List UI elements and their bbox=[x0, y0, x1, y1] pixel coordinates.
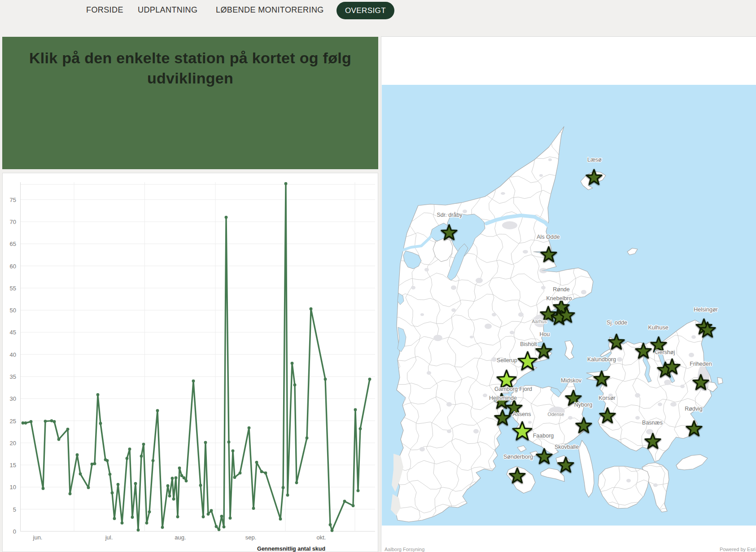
svg-text:Powered by Esri: Powered by Esri bbox=[720, 547, 756, 552]
svg-text:15: 15 bbox=[10, 462, 16, 469]
svg-text:Rødvig: Rødvig bbox=[685, 406, 703, 412]
svg-text:jun.: jun. bbox=[33, 534, 43, 541]
svg-text:Basnæs: Basnæs bbox=[642, 420, 663, 426]
svg-text:Aalborg Forsyning: Aalborg Forsyning bbox=[385, 547, 424, 552]
svg-text:75: 75 bbox=[10, 197, 16, 203]
svg-text:Helsingør: Helsingør bbox=[694, 307, 718, 313]
svg-text:Gennemsnitlig antal skud: Gennemsnitlig antal skud bbox=[257, 546, 325, 552]
svg-text:70: 70 bbox=[10, 219, 16, 225]
svg-text:30: 30 bbox=[10, 395, 16, 402]
svg-text:aug.: aug. bbox=[175, 534, 186, 541]
svg-text:Assens: Assens bbox=[513, 411, 531, 417]
svg-text:Sj. odde: Sj. odde bbox=[607, 320, 627, 326]
svg-text:60: 60 bbox=[10, 263, 16, 270]
svg-text:65: 65 bbox=[10, 241, 16, 247]
svg-text:sep.: sep. bbox=[245, 534, 257, 541]
svg-text:Bisholt: Bisholt bbox=[520, 341, 537, 347]
svg-text:Als Odde: Als Odde bbox=[537, 234, 559, 240]
svg-text:Sønderborg: Sønderborg bbox=[503, 454, 533, 460]
svg-text:5: 5 bbox=[13, 506, 16, 513]
svg-text:Hejlsminde: Hejlsminde bbox=[489, 395, 517, 401]
svg-text:40: 40 bbox=[10, 351, 16, 358]
svg-text:Odense: Odense bbox=[548, 412, 564, 417]
svg-text:Friheden: Friheden bbox=[690, 361, 712, 367]
svg-text:0: 0 bbox=[13, 528, 16, 535]
svg-text:Gershøj: Gershøj bbox=[655, 349, 675, 355]
svg-text:Faaborg: Faaborg bbox=[533, 433, 554, 439]
svg-text:Sdr. dråby: Sdr. dråby bbox=[437, 212, 463, 218]
svg-text:Gamborg Fjord: Gamborg Fjord bbox=[494, 386, 532, 392]
svg-text:Kalundborg: Kalundborg bbox=[587, 356, 616, 363]
svg-text:45: 45 bbox=[10, 329, 16, 336]
svg-text:Læsø: Læsø bbox=[587, 157, 602, 163]
svg-text:50: 50 bbox=[10, 307, 16, 314]
svg-text:Rønde: Rønde bbox=[553, 286, 570, 293]
svg-text:Nyborg: Nyborg bbox=[574, 402, 592, 408]
svg-text:Sellerup: Sellerup bbox=[497, 357, 517, 364]
svg-text:Hou: Hou bbox=[540, 331, 550, 337]
svg-text:10: 10 bbox=[10, 484, 16, 491]
svg-text:Korsør: Korsør bbox=[599, 395, 616, 401]
svg-text:25: 25 bbox=[10, 418, 16, 425]
svg-text:Skovballe: Skovballe bbox=[555, 444, 579, 450]
svg-text:20: 20 bbox=[10, 440, 16, 447]
svg-text:35: 35 bbox=[10, 373, 16, 380]
svg-text:Kulhuse: Kulhuse bbox=[648, 324, 668, 331]
svg-text:Midskov: Midskov bbox=[561, 377, 582, 384]
svg-text:Knebelbro: Knebelbro bbox=[546, 295, 572, 302]
svg-text:okt.: okt. bbox=[317, 534, 326, 541]
svg-text:jul.: jul. bbox=[105, 534, 113, 541]
svg-text:55: 55 bbox=[10, 285, 16, 292]
svg-text:Aarhus: Aarhus bbox=[532, 319, 546, 324]
